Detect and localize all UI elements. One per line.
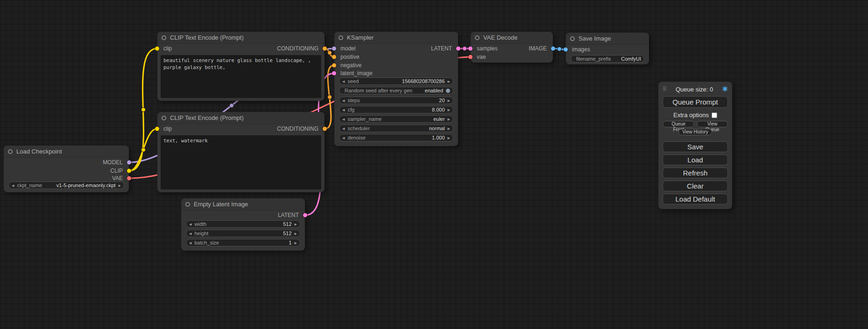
widget-cfg[interactable]: ◀ cfg 8.000 ▶ — [339, 106, 453, 113]
increment-arrow-icon[interactable]: ▶ — [448, 108, 450, 112]
increment-arrow-icon[interactable]: ▶ — [448, 80, 450, 83]
output-dot-latent[interactable] — [456, 47, 460, 51]
node-title-bar[interactable]: CLIP Text Encode (Prompt) — [157, 32, 325, 44]
node-empty-latent-image[interactable]: Empty Latent Image LATENT ◀ width 512 ▶ … — [181, 198, 305, 251]
widget-value: 156680208700286 — [402, 78, 445, 84]
decrement-arrow-icon[interactable]: ◀ — [342, 80, 345, 83]
node-collapse-dot-icon[interactable] — [339, 35, 343, 40]
widget-seed[interactable]: ◀ seed 156680208700286 ▶ — [339, 77, 453, 85]
input-dot-clip[interactable] — [155, 47, 159, 51]
increment-arrow-icon[interactable]: ▶ — [448, 136, 450, 140]
node-collapse-dot-icon[interactable] — [162, 116, 166, 120]
input-label-negative: negative — [340, 62, 361, 69]
input-label-images: images — [572, 46, 590, 53]
input-slot-positive: positive — [334, 53, 458, 61]
node-collapse-dot-icon[interactable] — [185, 202, 190, 207]
increment-arrow-icon[interactable]: ▶ — [448, 127, 450, 130]
output-dot-conditioning[interactable] — [323, 47, 327, 51]
increment-arrow-icon[interactable]: ▶ — [119, 184, 121, 187]
widget-width[interactable]: ◀ width 512 ▶ — [186, 220, 300, 228]
node-ksampler[interactable]: KSampler model LATENT positive negative … — [334, 32, 458, 146]
node-title-bar[interactable]: KSampler — [334, 32, 458, 44]
widget-value: euler — [433, 116, 445, 122]
decrement-arrow-icon[interactable]: ◀ — [342, 108, 345, 112]
decrement-arrow-icon[interactable]: ◀ — [342, 127, 345, 130]
widget-steps[interactable]: ◀ steps 20 ▶ — [339, 97, 453, 104]
prompt-textarea[interactable]: beautiful scenery nature glass bottle la… — [161, 55, 321, 98]
refresh-button[interactable]: Refresh — [663, 168, 728, 178]
view-queue-button[interactable]: View Queue — [697, 121, 728, 127]
output-dot-latent[interactable] — [303, 213, 307, 217]
increment-arrow-icon[interactable]: ▶ — [295, 232, 297, 235]
node-clip-text-encode-positive[interactable]: CLIP Text Encode (Prompt) clip CONDITION… — [157, 32, 325, 101]
clear-button[interactable]: Clear — [663, 181, 728, 191]
drag-handle-icon[interactable]: ⠿ — [663, 86, 667, 92]
view-history-button[interactable]: View History — [678, 129, 712, 135]
extra-options-row: Extra options — [663, 112, 728, 119]
node-save-image[interactable]: Save Image images filename_prefix ComfyU… — [566, 33, 649, 64]
increment-arrow-icon[interactable]: ▶ — [295, 223, 297, 226]
save-button[interactable]: Save — [663, 141, 728, 152]
node-title-bar[interactable]: Save Image — [566, 33, 649, 45]
widget-height[interactable]: ◀ height 512 ▶ — [186, 230, 300, 237]
node-title-bar[interactable]: VAE Decode — [471, 32, 553, 44]
decrement-arrow-icon[interactable]: ◀ — [342, 118, 345, 121]
load-default-button[interactable]: Load Default — [663, 194, 728, 204]
widget-value: 1.000 — [432, 135, 445, 140]
increment-arrow-icon[interactable]: ▶ — [448, 99, 450, 102]
output-slot-clip: CLIP — [4, 167, 129, 175]
widget-random-seed-toggle[interactable]: Random seed after every gen enabled — [339, 87, 453, 94]
input-dot-positive[interactable] — [332, 55, 336, 59]
prompt-textarea[interactable]: text, watermark — [161, 135, 321, 189]
settings-gear-icon[interactable]: ✱ — [722, 85, 728, 93]
increment-arrow-icon[interactable]: ▶ — [448, 118, 450, 121]
input-dot-vae[interactable] — [468, 55, 473, 59]
decrement-arrow-icon[interactable]: ◀ — [189, 241, 191, 245]
graph-canvas[interactable]: Load Checkpoint MODEL CLIP VAE ◀ ckpt_na… — [0, 0, 868, 329]
load-button[interactable]: Load — [663, 154, 728, 165]
node-title-bar[interactable]: Load Checkpoint — [4, 146, 129, 158]
decrement-arrow-icon[interactable]: ◀ — [12, 184, 14, 187]
input-dot-model[interactable] — [332, 47, 336, 51]
widget-value: 20 — [439, 98, 445, 103]
input-dot-clip[interactable] — [155, 127, 159, 131]
increment-arrow-icon[interactable]: ▶ — [295, 241, 297, 245]
queue-front-button[interactable]: Queue Front — [663, 121, 694, 127]
node-clip-text-encode-negative[interactable]: CLIP Text Encode (Prompt) clip CONDITION… — [157, 112, 325, 192]
widget-scheduler[interactable]: ◀ scheduler normal ▶ — [339, 125, 453, 132]
output-label-conditioning: CONDITIONING — [277, 45, 318, 52]
input-dot-samples[interactable] — [468, 47, 473, 51]
extra-options-checkbox[interactable] — [712, 112, 717, 118]
widget-value: 512 — [283, 221, 291, 227]
node-collapse-dot-icon[interactable] — [475, 35, 480, 40]
widget-label: steps — [347, 98, 360, 103]
queue-prompt-button[interactable]: Queue Prompt — [663, 96, 728, 108]
widget-filename-prefix[interactable]: filename_prefix ComfyUI — [571, 55, 644, 63]
node-collapse-dot-icon[interactable] — [162, 35, 166, 40]
output-dot-conditioning[interactable] — [323, 127, 327, 131]
output-dot-vae[interactable] — [127, 176, 131, 181]
output-dot-clip[interactable] — [127, 169, 131, 173]
output-dot-model[interactable] — [127, 161, 131, 165]
decrement-arrow-icon[interactable]: ◀ — [189, 223, 191, 226]
node-collapse-dot-icon[interactable] — [8, 149, 13, 154]
widget-sampler-name[interactable]: ◀ sampler_name euler ▶ — [339, 115, 453, 123]
node-title-bar[interactable]: CLIP Text Encode (Prompt) — [157, 112, 325, 124]
node-vae-decode[interactable]: VAE Decode samples IMAGE vae — [471, 32, 553, 63]
link-midpoint-positive — [328, 51, 332, 55]
output-label-clip: CLIP — [110, 168, 123, 174]
widget-batch-size[interactable]: ◀ batch_size 1 ▶ — [186, 239, 300, 246]
node-title-bar[interactable]: Empty Latent Image — [181, 198, 305, 210]
widget-denoise[interactable]: ◀ denoise 1.000 ▶ — [339, 134, 453, 141]
decrement-arrow-icon[interactable]: ◀ — [189, 232, 191, 235]
widget-ckpt-name[interactable]: ◀ ckpt_name v1-5-pruned-emaonly.ckpt ▶ — [8, 182, 124, 189]
input-dot-images[interactable] — [564, 48, 568, 52]
input-dot-latent-image[interactable] — [332, 71, 336, 76]
node-collapse-dot-icon[interactable] — [570, 36, 575, 41]
toggle-on-icon[interactable] — [446, 89, 450, 93]
node-load-checkpoint[interactable]: Load Checkpoint MODEL CLIP VAE ◀ ckpt_na… — [4, 146, 129, 192]
decrement-arrow-icon[interactable]: ◀ — [342, 99, 345, 102]
decrement-arrow-icon[interactable]: ◀ — [342, 136, 345, 140]
input-dot-negative[interactable] — [332, 63, 336, 68]
output-dot-image[interactable] — [551, 47, 555, 51]
